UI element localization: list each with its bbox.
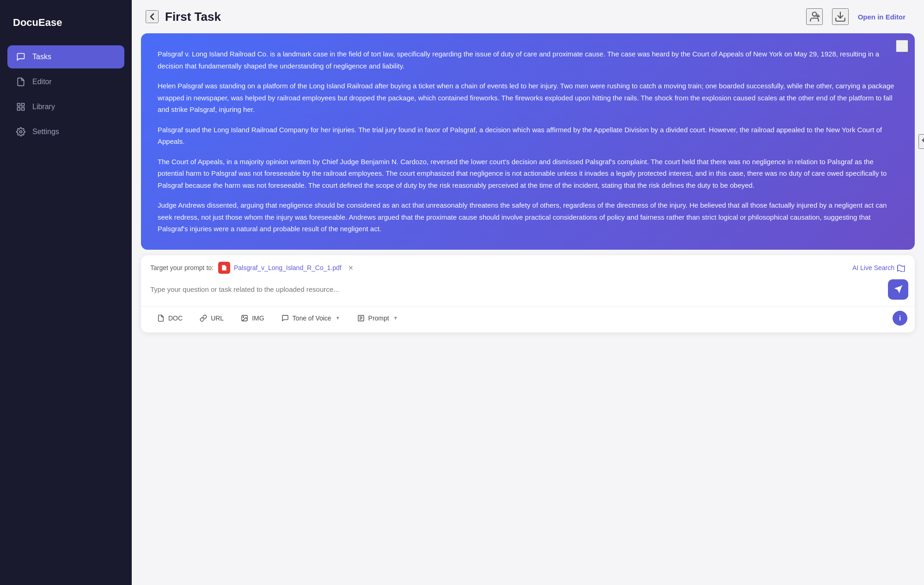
target-file[interactable]: Palsgraf_v_Long_Island_R_Co_1.pdf — [218, 262, 342, 274]
paragraph-5: Judge Andrews dissented, arguing that ne… — [158, 199, 898, 235]
logo: DocuEase — [7, 13, 124, 45]
library-icon — [16, 102, 26, 112]
url-icon — [199, 314, 208, 322]
pdf-icon — [218, 262, 230, 274]
prompt-input[interactable] — [147, 281, 883, 298]
prompt-icon — [357, 314, 365, 322]
sidebar-item-settings[interactable]: Settings — [7, 120, 124, 143]
info-label: i — [899, 314, 901, 322]
paragraph-2: Helen Palsgraf was standing on a platfor… — [158, 80, 898, 116]
paragraph-4: The Court of Appeals, in a majority opin… — [158, 156, 898, 191]
prompt-button[interactable]: Prompt ▼ — [349, 310, 406, 326]
back-button[interactable] — [146, 10, 159, 23]
document-wrapper: ··· Palsgraf v. Long Island Railroad Co.… — [141, 33, 915, 250]
prompt-chevron-icon: ▼ — [393, 315, 398, 320]
prompt-label: Prompt — [368, 314, 389, 322]
svg-point-0 — [20, 131, 22, 133]
remove-file-button[interactable]: ✕ — [346, 263, 355, 272]
main-content: First Task Open in Editor — [132, 0, 924, 585]
ai-live-search-button[interactable]: AI Live Search — [852, 264, 906, 272]
document-card[interactable]: ··· Palsgraf v. Long Island Railroad Co.… — [141, 33, 915, 250]
tone-label: Tone of Voice — [293, 314, 331, 322]
open-editor-button[interactable]: Open in Editor — [858, 13, 906, 21]
sidebar-item-editor[interactable]: Editor — [7, 70, 124, 93]
header-right: Open in Editor — [806, 8, 906, 25]
content-area: ··· Palsgraf v. Long Island Railroad Co.… — [132, 33, 924, 585]
target-label: Target your prompt to: — [150, 264, 214, 271]
undo-button[interactable] — [918, 134, 924, 149]
page-title: First Task — [165, 10, 221, 24]
target-row: Target your prompt to: Palsgraf_v_Long_I… — [141, 255, 915, 277]
sidebar-item-label: Settings — [32, 128, 59, 136]
img-toolbar-button[interactable]: IMG — [232, 310, 272, 326]
tone-chevron-icon: ▼ — [336, 315, 340, 320]
settings-icon — [16, 127, 26, 137]
bottom-panel: Target your prompt to: Palsgraf_v_Long_I… — [141, 255, 915, 333]
more-options-button[interactable]: ··· — [896, 40, 908, 52]
tone-icon — [281, 314, 289, 322]
target-file-area: Target your prompt to: Palsgraf_v_Long_I… — [150, 262, 355, 274]
tone-of-voice-button[interactable]: Tone of Voice ▼ — [273, 310, 349, 326]
ai-live-search-label: AI Live Search — [852, 264, 894, 271]
sidebar-item-library[interactable]: Library — [7, 95, 124, 118]
doc-icon — [157, 314, 165, 322]
img-icon — [240, 314, 249, 322]
toolbar-row: DOC URL — [141, 306, 915, 333]
sidebar-item-label: Tasks — [32, 53, 51, 61]
svg-marker-7 — [894, 285, 902, 293]
img-label: IMG — [252, 314, 264, 322]
input-row — [141, 277, 915, 306]
info-button[interactable]: i — [893, 311, 907, 326]
sidebar-item-label: Editor — [32, 78, 52, 86]
send-button[interactable] — [888, 279, 908, 300]
svg-point-9 — [243, 316, 244, 317]
svg-point-1 — [812, 12, 816, 16]
editor-icon — [16, 77, 26, 87]
paragraph-1: Palsgraf v. Long Island Railroad Co. is … — [158, 48, 898, 72]
file-name: Palsgraf_v_Long_Island_R_Co_1.pdf — [234, 264, 342, 271]
paragraph-3: Palsgraf sued the Long Island Railroad C… — [158, 124, 898, 148]
doc-label: DOC — [168, 314, 183, 322]
sidebar-item-tasks[interactable]: Tasks — [7, 45, 124, 68]
sidebar-item-label: Library — [32, 103, 55, 111]
doc-toolbar-button[interactable]: DOC — [148, 310, 191, 326]
header: First Task Open in Editor — [132, 0, 924, 33]
url-toolbar-button[interactable]: URL — [191, 310, 232, 326]
header-left: First Task — [146, 10, 221, 24]
sidebar: DocuEase Tasks Editor Library — [0, 0, 132, 585]
download-button[interactable] — [832, 8, 849, 25]
url-label: URL — [211, 314, 224, 322]
add-user-button[interactable] — [806, 8, 823, 25]
tasks-icon — [16, 52, 26, 62]
